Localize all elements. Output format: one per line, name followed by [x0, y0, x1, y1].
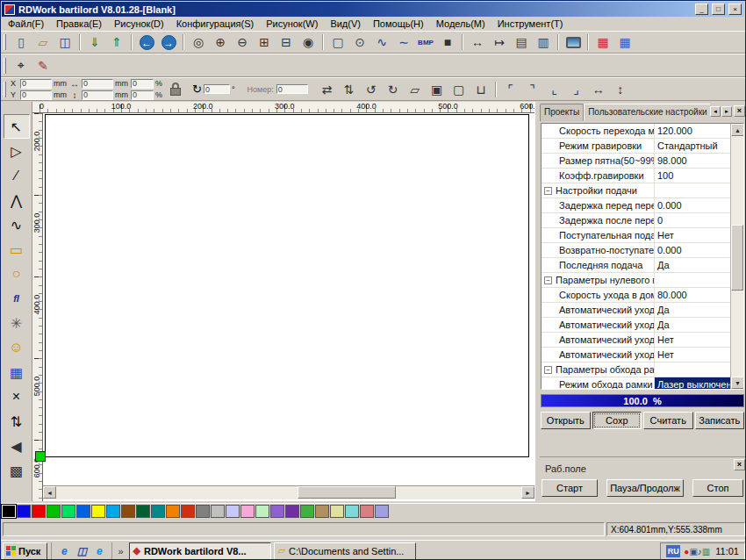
palette-swatch[interactable] [136, 505, 150, 518]
simulate-icon[interactable]: ▦ [592, 32, 613, 52]
halftone-tool[interactable]: ▦ [4, 360, 30, 384]
property-value[interactable]: 80.000 [654, 288, 730, 302]
select-tool[interactable]: ↖ [4, 114, 30, 139]
group-icon[interactable]: ▣ [427, 80, 448, 99]
palette-swatch[interactable] [76, 505, 90, 518]
rotate-icon[interactable]: ↻ [192, 83, 202, 96]
clock[interactable]: 11:01 [714, 546, 739, 556]
property-value[interactable] [654, 273, 730, 287]
align-bottom-right-icon[interactable]: ⌟ [566, 80, 587, 99]
task-button-1[interactable]: ▱C:\Documents and Settin... [274, 542, 416, 560]
property-row[interactable]: Задержка после перем0 [542, 213, 730, 228]
quick-launch-overflow-icon[interactable]: » [116, 546, 125, 556]
menu-item-6[interactable]: Помощь(H) [367, 18, 430, 30]
palette-swatch[interactable] [240, 505, 255, 518]
text-tool[interactable]: fI [4, 286, 30, 311]
print-icon[interactable]: ▤ [511, 32, 532, 52]
palette-swatch[interactable] [330, 505, 344, 518]
palette-swatch[interactable] [17, 505, 31, 518]
property-value[interactable]: 0.000 [654, 198, 730, 212]
horizontal-ruler[interactable]: 0100.0200.0300.0400.0500.0600.0 [32, 102, 534, 113]
property-value[interactable] [654, 183, 730, 197]
fill-icon[interactable]: ■ [437, 32, 458, 52]
property-group-row[interactable]: −Параметры нулевого по [542, 273, 730, 288]
export-icon[interactable]: ⇑ [106, 32, 127, 52]
menu-item-0[interactable]: Файл(F) [2, 18, 50, 30]
scroll-down-icon[interactable]: ▼ [731, 377, 744, 389]
tab-projects[interactable]: Проекты [540, 104, 584, 121]
show-desktop-icon[interactable]: ◫ [74, 543, 90, 559]
output-icon[interactable]: ▦ [614, 32, 635, 52]
mirror-vertical-icon[interactable]: ⇅ [339, 80, 360, 99]
tray-network-icon[interactable]: ▥ [702, 547, 710, 556]
undo-icon[interactable]: ← [136, 32, 157, 52]
tray-display-icon[interactable]: ▣ [689, 547, 697, 556]
restore-button[interactable]: □ [712, 4, 725, 15]
height-input[interactable] [82, 90, 113, 100]
stop-button[interactable]: Стоп [692, 479, 743, 497]
vertical-ruler[interactable]: 200.0300.0400.0500.0600.0 [32, 113, 43, 501]
offset-icon[interactable]: ↦ [489, 32, 510, 52]
x-position-input[interactable] [20, 79, 52, 89]
property-value[interactable]: 0.000 [654, 243, 730, 257]
open-settings-button[interactable]: Открыть [541, 412, 591, 429]
palette-swatch[interactable] [300, 505, 314, 518]
write-settings-button[interactable]: Записать [695, 412, 745, 429]
rotate-ccw-icon[interactable]: ↺ [361, 80, 382, 99]
property-value[interactable]: 0 [654, 213, 730, 227]
toolbar-grip[interactable] [4, 58, 6, 74]
redo-icon[interactable]: → [158, 32, 179, 52]
align-top-left-icon[interactable]: ⌜ [500, 80, 521, 99]
x-scale-input[interactable] [131, 79, 154, 89]
property-row[interactable]: Поступательная подачаНет [542, 228, 730, 243]
palette-swatch[interactable] [106, 505, 120, 518]
color-pick-pen-icon[interactable]: ✎ [32, 56, 54, 75]
palette-swatch[interactable] [2, 505, 16, 518]
property-group-row[interactable]: −Настройки подачи [542, 183, 730, 198]
property-row[interactable]: Режим обхода рамкиЛазер выключен [542, 377, 730, 389]
canvas-hscrollbar[interactable]: ◄ ► [43, 485, 534, 499]
property-row[interactable]: Автоматический уход вНет [542, 348, 730, 363]
flip-vertical-tool[interactable]: ⇅ [4, 409, 30, 434]
property-value[interactable]: 98.000 [654, 154, 730, 168]
palette-swatch[interactable] [47, 505, 61, 518]
monitor-icon[interactable]: ▢ [563, 32, 584, 52]
align-h-center-icon[interactable]: ↔ [588, 80, 609, 99]
zoom-in-icon[interactable]: ⊕ [210, 32, 231, 52]
property-row[interactable]: Задержка перед перем0.000 [542, 198, 730, 213]
y-position-input[interactable] [20, 90, 52, 100]
shape-pick-icon[interactable]: ▢ [327, 32, 348, 52]
skew-icon[interactable]: ▱ [405, 80, 426, 99]
palette-swatch[interactable] [360, 505, 374, 518]
property-value[interactable]: Лазер выключен [654, 377, 730, 389]
browser-icon[interactable]: e [91, 543, 107, 559]
property-value[interactable]: Да [654, 318, 730, 332]
rotate-cw-icon[interactable]: ↻ [383, 80, 404, 99]
palette-swatch[interactable] [285, 505, 299, 518]
laser-head-icon[interactable]: ⌖ [11, 56, 32, 75]
save-icon[interactable]: ◫ [54, 32, 75, 52]
palette-swatch[interactable] [196, 505, 210, 518]
menu-item-1[interactable]: Правка(E) [50, 18, 108, 30]
palette-swatch[interactable] [166, 505, 180, 518]
property-value[interactable]: 120.000 [654, 124, 730, 138]
scroll-right-icon[interactable]: ► [521, 486, 534, 499]
collapse-icon[interactable]: − [544, 366, 552, 374]
panel-close-icon[interactable]: × [734, 105, 745, 117]
ellipse-tool[interactable]: ○ [4, 262, 30, 286]
palette-swatch[interactable] [61, 505, 75, 518]
task-button-0[interactable]: ◆RDWork bartilord V8... [129, 542, 271, 560]
polyline-tool[interactable]: ⋀ [4, 188, 30, 212]
palette-swatch[interactable] [270, 505, 284, 518]
new-file-icon[interactable]: ▯ [11, 32, 32, 52]
smooth-curve-icon[interactable]: ∼ [393, 32, 414, 52]
align-v-center-icon[interactable]: ↕ [610, 80, 631, 99]
property-row[interactable]: Коэфф.гравировки100 [542, 169, 730, 183]
zoom-window-icon[interactable]: ⊞ [254, 32, 275, 52]
collapse-icon[interactable]: − [544, 187, 552, 195]
lock-aspect-icon[interactable] [169, 83, 182, 97]
ungroup-icon[interactable]: ▢ [448, 80, 470, 99]
bmp-icon[interactable]: BMP [415, 32, 436, 52]
property-value[interactable]: Стандартный [654, 139, 730, 153]
palette-swatch[interactable] [255, 505, 269, 518]
